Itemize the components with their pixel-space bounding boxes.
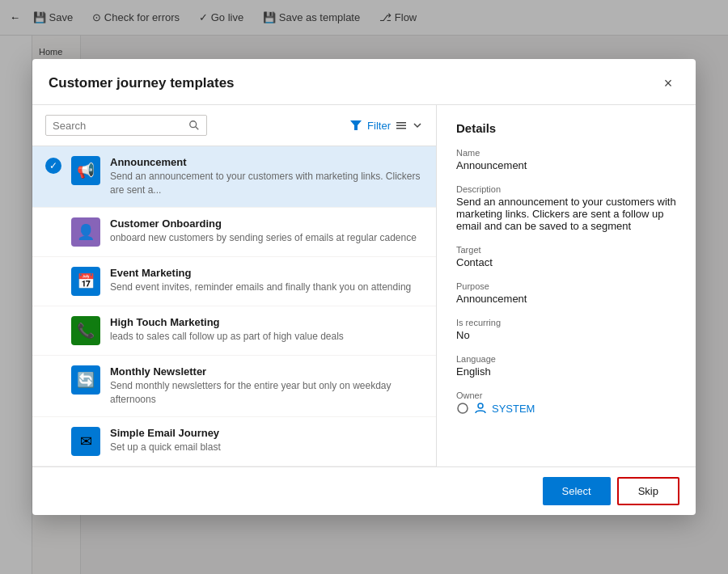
owner-circle-icon (456, 402, 469, 415)
detail-field: TargetContact (456, 245, 676, 268)
chevron-down-icon (412, 120, 423, 131)
detail-field: DescriptionSend an announcement to your … (456, 184, 676, 232)
template-item[interactable]: ✓📢AnnouncementSend an announcement to yo… (32, 146, 436, 208)
modal-overlay: Customer journey templates × (0, 0, 728, 574)
detail-label: Owner (456, 390, 676, 400)
detail-label: Description (456, 184, 676, 194)
svg-rect-3 (396, 122, 406, 124)
detail-field: Owner SYSTEM (456, 390, 676, 415)
template-desc: leads to sales call follow up as part of… (110, 330, 423, 344)
template-item[interactable]: ✓📅Event MarketingSend event invites, rem… (32, 257, 436, 306)
details-panel: Details NameAnnouncementDescriptionSend … (437, 105, 696, 466)
details-fields: NameAnnouncementDescriptionSend an annou… (456, 148, 676, 415)
svg-point-6 (458, 403, 468, 413)
template-desc: Send event invites, reminder emails and … (110, 281, 423, 294)
svg-rect-5 (396, 128, 406, 129)
detail-field: PurposeAnnouncement (456, 281, 676, 305)
details-title: Details (456, 121, 676, 135)
template-icon: 📅 (71, 267, 100, 296)
detail-field: LanguageEnglish (456, 354, 676, 378)
svg-line-1 (196, 127, 199, 130)
detail-label: Name (456, 148, 676, 158)
modal-body: Filter ✓📢AnnouncementSend an announcemen (32, 105, 696, 466)
detail-value: Send an announcement to your customers w… (456, 196, 676, 232)
svg-rect-4 (396, 125, 406, 127)
select-button[interactable]: Select (543, 477, 611, 505)
detail-field: NameAnnouncement (456, 148, 676, 171)
svg-marker-2 (350, 120, 362, 130)
modal-header: Customer journey templates × (32, 59, 696, 105)
template-icon: 👤 (71, 217, 100, 247)
search-input-wrap[interactable] (45, 115, 207, 136)
modal-title: Customer journey templates (49, 75, 235, 91)
template-desc: Set up a quick email blast (110, 441, 423, 454)
template-info: High Touch Marketingleads to sales call … (110, 316, 423, 344)
template-info: Monthly NewsletterSend monthly newslette… (110, 365, 423, 407)
template-icon: 📞 (71, 316, 100, 345)
owner-link[interactable]: SYSTEM (492, 403, 535, 415)
template-info: AnnouncementSend an announcement to your… (110, 156, 423, 197)
detail-label: Is recurring (456, 318, 676, 327)
template-desc: Send monthly newsletters for the entire … (110, 379, 423, 407)
svg-point-0 (190, 121, 197, 128)
template-item[interactable]: ✓✉Simple Email JourneySet up a quick ema… (32, 417, 436, 466)
detail-label: Target (456, 245, 676, 255)
template-check-icon: ✓ (45, 158, 61, 174)
detail-label: Purpose (456, 281, 676, 291)
template-icon: 🔄 (71, 365, 100, 395)
template-info: Simple Email JourneySet up a quick email… (110, 427, 423, 454)
detail-value: Contact (456, 256, 676, 268)
template-name: High Touch Marketing (110, 316, 423, 328)
template-item[interactable]: ✓📞High Touch Marketingleads to sales cal… (32, 306, 436, 356)
modal-footer: Select Skip (32, 466, 696, 515)
template-name: Simple Email Journey (110, 427, 423, 439)
detail-field: Is recurringNo (456, 318, 676, 341)
template-desc: onboard new customers by sending series … (110, 231, 423, 245)
template-list: ✓📢AnnouncementSend an announcement to yo… (32, 146, 436, 466)
search-bar: Filter (32, 105, 436, 146)
detail-value: Announcement (456, 159, 676, 171)
detail-value: No (456, 329, 676, 341)
filter-area: Filter (349, 119, 423, 132)
template-name: Monthly Newsletter (110, 365, 423, 378)
template-info: Customer Onboardingonboard new customers… (110, 217, 423, 245)
svg-point-7 (478, 403, 483, 408)
filter-label[interactable]: Filter (367, 120, 391, 132)
skip-button[interactable]: Skip (617, 477, 679, 505)
template-info: Event MarketingSend event invites, remin… (110, 267, 423, 294)
detail-label: Language (456, 354, 676, 364)
list-icon (396, 120, 407, 131)
search-icon (188, 119, 200, 132)
template-item[interactable]: ✓🔄Monthly NewsletterSend monthly newslet… (32, 356, 436, 417)
owner-person-icon (474, 402, 487, 415)
detail-value: Announcement (456, 293, 676, 305)
template-name: Customer Onboarding (110, 217, 423, 230)
template-list-panel: Filter ✓📢AnnouncementSend an announcemen (32, 105, 437, 466)
template-name: Announcement (110, 156, 423, 168)
search-input[interactable] (53, 120, 188, 132)
customer-journey-modal: Customer journey templates × (32, 59, 696, 514)
owner-row: SYSTEM (456, 402, 676, 415)
template-item[interactable]: ✓👤Customer Onboardingonboard new custome… (32, 208, 436, 257)
template-icon: ✉ (71, 427, 100, 456)
close-button[interactable]: × (657, 72, 679, 95)
detail-value: English (456, 365, 676, 378)
template-name: Event Marketing (110, 267, 423, 279)
template-desc: Send an announcement to your customers w… (110, 170, 423, 197)
filter-icon (349, 119, 362, 132)
template-icon: 📢 (71, 156, 100, 185)
